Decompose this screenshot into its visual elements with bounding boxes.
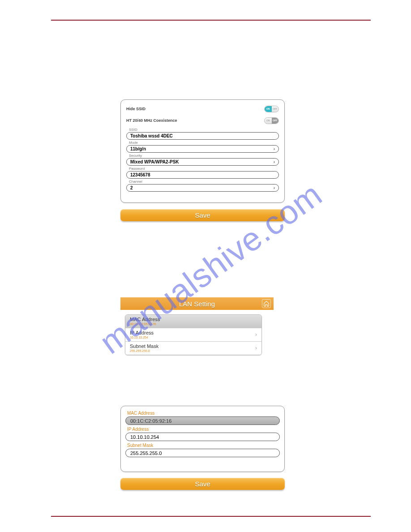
chevron-right-icon: › <box>255 331 257 338</box>
ip-address-row[interactable]: IP Address 10.10.10.254 › <box>125 328 261 341</box>
password-input[interactable]: 12345678 <box>126 171 279 179</box>
save-button[interactable]: Save <box>120 209 285 221</box>
subnet-mask-row[interactable]: Subnet Mask 255.255.255.0 › <box>125 341 261 355</box>
ssid-label: SSID <box>129 128 279 132</box>
lan-settings-list: MAC Address 00:1C:C2:05:62:76 IP Address… <box>125 314 262 355</box>
wireless-settings-panel: Hide SSID ON OFF HT 20/40 MHz Coexistenc… <box>120 99 285 203</box>
chevron-right-icon: › <box>274 146 275 151</box>
hide-ssid-row: Hide SSID ON OFF <box>126 104 279 113</box>
home-icon[interactable] <box>262 299 271 308</box>
mode-label: Mode <box>129 141 279 145</box>
coexistence-label: HT 20/40 MHz Coexistence <box>126 118 177 123</box>
coexistence-row: HT 20/40 MHz Coexistence ON OFF <box>126 116 279 125</box>
ip-address-edit-label: IP Address <box>127 427 280 432</box>
chevron-right-icon: › <box>274 159 275 164</box>
security-label: Security <box>129 154 279 158</box>
document-page: manualshive.com Hide SSID ON OFF HT 20/4… <box>51 20 371 517</box>
subnet-mask-label: Subnet Mask <box>130 343 158 349</box>
hide-ssid-label: Hide SSID <box>126 107 146 111</box>
security-select[interactable]: Mixed WPA/WPA2-PSK › <box>126 158 279 166</box>
ip-address-value: 10.10.10.254 <box>130 336 154 339</box>
hide-ssid-toggle[interactable]: ON OFF <box>264 106 279 112</box>
save-button[interactable]: Save <box>120 478 285 490</box>
mac-address-field: 00:1C:C2:05:92:16 <box>125 416 280 425</box>
channel-label: Channel <box>129 180 279 184</box>
mac-address-row: MAC Address 00:1C:C2:05:62:76 <box>125 315 261 328</box>
ssid-input[interactable]: Toshiba wssd 4DEC <box>126 132 279 140</box>
coexistence-toggle[interactable]: ON OFF <box>264 117 279 124</box>
mac-address-label: MAC Address <box>130 317 160 322</box>
lan-setting-header: LAN Setting <box>120 297 274 310</box>
subnet-mask-value: 255.255.255.0 <box>130 349 158 352</box>
subnet-mask-edit-label: Subnet Mask <box>127 443 280 448</box>
chevron-right-icon: › <box>255 345 257 351</box>
mac-address-value: 00:1C:C2:05:62:76 <box>130 322 160 326</box>
mac-address-edit-label: MAC Address <box>127 411 280 416</box>
channel-select[interactable]: 2 › <box>126 184 279 192</box>
lan-setting-title: LAN Setting <box>179 300 215 308</box>
mode-select[interactable]: 11b/g/n › <box>126 145 279 153</box>
ip-address-input[interactable]: 10.10.10.254 <box>125 433 280 441</box>
password-label: Password <box>129 167 279 171</box>
lan-edit-panel: MAC Address 00:1C:C2:05:92:16 IP Address… <box>120 406 285 472</box>
chevron-right-icon: › <box>274 185 275 190</box>
ip-address-label: IP Address <box>130 330 154 335</box>
subnet-mask-input[interactable]: 255.255.255.0 <box>125 449 280 457</box>
